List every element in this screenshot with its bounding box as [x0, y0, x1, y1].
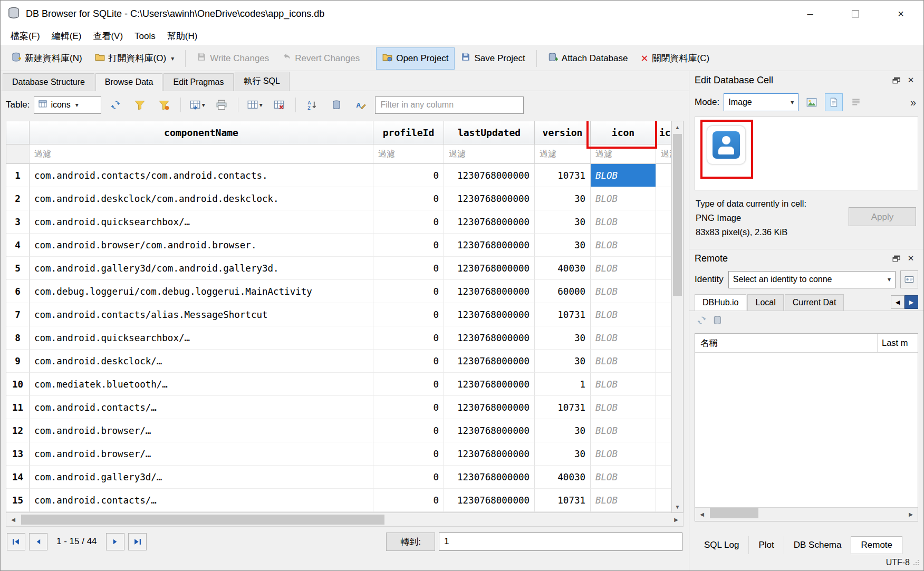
cell-componentname[interactable]: com.android.gallery3d/… — [30, 466, 373, 489]
vertical-scroll-thumb[interactable] — [673, 134, 682, 296]
cell-icon-blob[interactable]: BLOB — [591, 257, 656, 280]
cell-profileid[interactable]: 0 — [373, 187, 444, 210]
cell-componentname[interactable]: com.android.deskclock/… — [30, 350, 373, 373]
tab-edit-pragmas[interactable]: Edit Pragmas — [163, 73, 233, 91]
remote-list-body[interactable] — [695, 353, 918, 507]
cell-overflow[interactable] — [656, 303, 671, 326]
cell-icon-blob[interactable]: BLOB — [591, 280, 656, 303]
open-database-button[interactable]: 打開資料庫(O) ▾ — [89, 47, 181, 70]
open-project-button[interactable]: Open Project — [376, 47, 455, 70]
row-number[interactable]: 2 — [6, 187, 30, 210]
menu-help[interactable]: 幫助(H) — [161, 27, 204, 45]
column-header-componentname[interactable]: componentName — [30, 121, 373, 144]
cell-componentname[interactable]: com.android.browser/com.android.browser. — [30, 234, 373, 257]
row-number[interactable]: 9 — [6, 350, 30, 373]
cell-overflow[interactable] — [656, 257, 671, 280]
table-select[interactable]: icons ▾ — [34, 96, 101, 114]
column-filter-input[interactable]: 過濾 — [373, 144, 444, 164]
cell-overflow[interactable] — [656, 396, 671, 419]
delete-record-button[interactable] — [269, 95, 289, 114]
column-header-partial[interactable]: ic — [656, 121, 671, 144]
cell-profileid[interactable]: 0 — [373, 466, 444, 489]
dock-tab-plot[interactable]: Plot — [748, 536, 783, 554]
cell-componentname[interactable]: com.android.contacts/com.android.contact… — [30, 164, 373, 187]
cell-profileid[interactable]: 0 — [373, 303, 444, 326]
column-header-profileid[interactable]: profileId — [373, 121, 444, 144]
tab-scroll-left-icon[interactable]: ◀ — [891, 295, 904, 309]
cell-lastupdated[interactable]: 1230768000000 — [444, 489, 535, 512]
horizontal-scroll-thumb[interactable] — [21, 515, 384, 525]
column-header-lastupdated[interactable]: lastUpdated — [444, 121, 535, 144]
edit-display-format-button[interactable]: A — [351, 95, 371, 114]
row-number[interactable]: 11 — [6, 396, 30, 419]
row-number[interactable]: 1 — [6, 164, 30, 187]
cell-version[interactable]: 30 — [535, 187, 591, 210]
toolbar-overflow-button[interactable]: » — [910, 96, 918, 109]
save-table-as-button[interactable] — [326, 95, 346, 114]
cell-version[interactable]: 30 — [535, 234, 591, 257]
cell-componentname[interactable]: com.android.quicksearchbox/… — [30, 326, 373, 350]
tab-database-structure[interactable]: Database Structure — [3, 73, 94, 91]
remote-column-name[interactable]: 名稱 — [695, 334, 878, 352]
tab-execute-sql[interactable]: 執行 SQL — [235, 72, 290, 91]
remote-column-last-modified[interactable]: Last m — [878, 334, 918, 352]
goto-record-button[interactable]: 轉到: — [386, 533, 435, 551]
encoding-indicator[interactable]: UTF-8 — [886, 558, 910, 567]
cell-profileid[interactable]: 0 — [373, 280, 444, 303]
previous-page-button[interactable] — [29, 533, 47, 550]
mode-select[interactable]: Image ▾ — [724, 93, 798, 111]
write-changes-button[interactable]: Write Changes — [190, 47, 275, 69]
cell-lastupdated[interactable]: 1230768000000 — [444, 419, 535, 442]
cell-lastupdated[interactable]: 1230768000000 — [444, 303, 535, 326]
revert-changes-button[interactable]: Revert Changes — [275, 47, 366, 69]
cell-profileid[interactable]: 0 — [373, 442, 444, 466]
scroll-down-icon[interactable]: ▼ — [672, 501, 683, 512]
row-number[interactable]: 8 — [6, 326, 30, 350]
cell-icon-blob[interactable]: BLOB — [591, 303, 656, 326]
cell-overflow[interactable] — [656, 210, 671, 234]
row-number[interactable]: 10 — [6, 373, 30, 396]
dock-tab-sql-log[interactable]: SQL Log — [695, 536, 748, 554]
menu-file[interactable]: 檔案(F) — [5, 27, 46, 45]
cell-lastupdated[interactable]: 1230768000000 — [444, 373, 535, 396]
next-page-button[interactable] — [106, 533, 124, 550]
cell-componentname[interactable]: com.android.deskclock/com.android.deskcl… — [30, 187, 373, 210]
row-number[interactable]: 15 — [6, 489, 30, 512]
attach-database-button[interactable]: Attach Database — [542, 47, 634, 70]
cell-overflow[interactable] — [656, 442, 671, 466]
cell-componentname[interactable]: com.mediatek.bluetooth/… — [30, 373, 373, 396]
column-filter-input[interactable]: 過濾 — [444, 144, 535, 164]
filter-any-column-input[interactable] — [375, 96, 524, 114]
row-number[interactable]: 6 — [6, 280, 30, 303]
cell-profileid[interactable]: 0 — [373, 373, 444, 396]
new-record-button[interactable]: ▾ — [187, 95, 207, 114]
tab-browse-data[interactable]: Browse Data — [95, 73, 163, 91]
cell-overflow[interactable] — [656, 350, 671, 373]
cell-lastupdated[interactable]: 1230768000000 — [444, 210, 535, 234]
cell-version[interactable]: 60000 — [535, 280, 591, 303]
cell-overflow[interactable] — [656, 489, 671, 512]
cell-overflow[interactable] — [656, 466, 671, 489]
goto-record-input[interactable] — [439, 533, 682, 551]
refresh-button[interactable] — [105, 95, 126, 114]
word-wrap-button[interactable] — [847, 93, 865, 111]
cell-version[interactable]: 10731 — [535, 489, 591, 512]
tab-scroll-right-icon[interactable]: ▶ — [904, 295, 918, 309]
scroll-left-icon[interactable]: ◀ — [695, 511, 709, 517]
image-view-button[interactable] — [825, 93, 843, 111]
cell-profileid[interactable]: 0 — [373, 396, 444, 419]
cell-icon-blob[interactable]: BLOB — [591, 164, 656, 187]
row-number[interactable]: 5 — [6, 257, 30, 280]
menu-tools[interactable]: Tools — [129, 28, 161, 44]
cell-profileid[interactable]: 0 — [373, 164, 444, 187]
cell-componentname[interactable]: com.android.browser/… — [30, 419, 373, 442]
cell-icon-blob[interactable]: BLOB — [591, 234, 656, 257]
cell-lastupdated[interactable]: 1230768000000 — [444, 280, 535, 303]
cell-icon-blob[interactable]: BLOB — [591, 187, 656, 210]
cell-componentname[interactable]: com.android.gallery3d/com.android.galler… — [30, 257, 373, 280]
cell-icon-blob[interactable]: BLOB — [591, 419, 656, 442]
cell-icon-blob[interactable]: BLOB — [591, 442, 656, 466]
cell-overflow[interactable] — [656, 419, 671, 442]
row-number[interactable]: 3 — [6, 210, 30, 234]
float-panel-button[interactable] — [889, 251, 903, 265]
